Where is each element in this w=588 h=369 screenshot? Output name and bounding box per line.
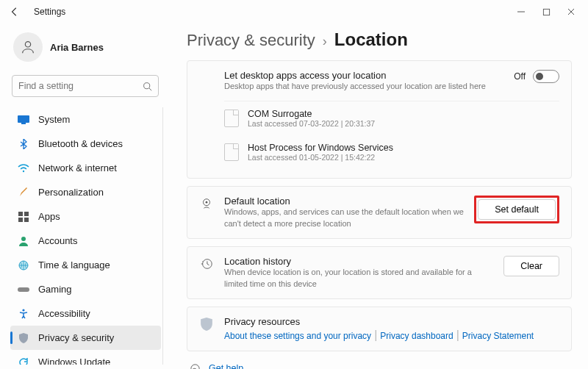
- titlebar: Settings: [0, 0, 588, 24]
- default-location-card: Default location Windows, apps, and serv…: [187, 186, 572, 239]
- svg-rect-8: [18, 212, 23, 216]
- desktop-apps-toggle[interactable]: [533, 70, 559, 83]
- sidebar: Aria Barnes System Bluetooth & devices N…: [0, 24, 168, 369]
- svg-rect-6: [21, 123, 26, 124]
- maximize-button[interactable]: [539, 5, 553, 18]
- history-icon: [199, 256, 214, 271]
- page-title: Location: [334, 29, 408, 50]
- annotation-highlight: Set default: [474, 196, 559, 223]
- svg-rect-9: [24, 212, 29, 216]
- person-icon: [18, 235, 29, 247]
- file-icon: [224, 110, 239, 127]
- link-privacy-statement[interactable]: Privacy Statement: [462, 331, 534, 341]
- desktop-apps-desc: Desktop apps that have previously access…: [224, 81, 503, 92]
- desktop-apps-card: Let desktop apps access your location De…: [187, 60, 572, 179]
- bluetooth-icon: [18, 138, 29, 150]
- window-title: Settings: [34, 7, 65, 17]
- location-history-card: Location history When device location is…: [187, 246, 572, 299]
- app-item: Host Process for Windows Services Last a…: [224, 135, 559, 169]
- link-privacy-dashboard[interactable]: Privacy dashboard: [380, 331, 453, 341]
- desktop-apps-title: Let desktop apps access your location: [224, 70, 503, 81]
- sidebar-item-bluetooth[interactable]: Bluetooth & devices: [10, 132, 161, 156]
- update-icon: [18, 357, 29, 365]
- sidebar-item-accessibility[interactable]: Accessibility: [10, 301, 161, 326]
- svg-point-17: [206, 201, 208, 204]
- svg-point-12: [21, 237, 26, 241]
- privacy-resources-card: Privacy resources About these settings a…: [187, 307, 572, 351]
- search-box[interactable]: [12, 75, 159, 97]
- file-icon: [224, 143, 239, 161]
- search-input[interactable]: [18, 81, 143, 91]
- svg-point-15: [22, 309, 24, 311]
- minimize-button[interactable]: [514, 5, 528, 18]
- history-desc: When device location is on, your locatio…: [224, 267, 493, 290]
- sidebar-item-privacy[interactable]: Privacy & security: [10, 326, 161, 350]
- content-area: Privacy & security › Location Let deskto…: [168, 24, 588, 369]
- sidebar-item-gaming[interactable]: Gaming: [10, 277, 161, 301]
- get-help-row[interactable]: Get help: [187, 359, 572, 369]
- avatar: [13, 32, 43, 62]
- chevron-right-icon: ›: [323, 34, 327, 49]
- paintbrush-icon: [18, 187, 29, 198]
- history-title: Location history: [224, 256, 493, 267]
- wifi-icon: [18, 162, 29, 174]
- privacy-resources-title: Privacy resources: [224, 316, 559, 327]
- sidebar-item-update[interactable]: Windows Update: [10, 350, 161, 365]
- monitor-icon: [18, 114, 29, 126]
- sidebar-item-system[interactable]: System: [10, 107, 161, 132]
- shield-icon: [18, 332, 29, 344]
- svg-rect-1: [543, 9, 549, 15]
- sidebar-item-accounts[interactable]: Accounts: [10, 229, 161, 253]
- sidebar-item-network[interactable]: Network & internet: [10, 156, 161, 180]
- apps-icon: [18, 211, 29, 223]
- set-default-button[interactable]: Set default: [478, 199, 556, 220]
- toggle-label: Off: [514, 71, 526, 82]
- accessibility-icon: [18, 308, 29, 320]
- sidebar-item-personalization[interactable]: Personalization: [10, 180, 161, 204]
- svg-point-3: [144, 82, 150, 88]
- profile-block[interactable]: Aria Barnes: [10, 28, 163, 72]
- svg-point-7: [23, 170, 24, 171]
- svg-rect-10: [18, 218, 23, 222]
- close-button[interactable]: [564, 5, 578, 18]
- breadcrumb: Privacy & security › Location: [187, 29, 572, 50]
- app-item: COM Surrogate Last accessed 07-03-2022 |…: [224, 101, 559, 135]
- clear-button[interactable]: Clear: [503, 256, 559, 276]
- sidebar-item-time[interactable]: Time & language: [10, 253, 161, 277]
- svg-rect-5: [18, 115, 29, 123]
- gamepad-icon: [18, 284, 29, 295]
- breadcrumb-parent[interactable]: Privacy & security: [187, 31, 315, 50]
- link-about-settings[interactable]: About these settings and your privacy: [224, 331, 371, 341]
- location-pin-icon: [199, 196, 214, 210]
- back-button[interactable]: [6, 3, 24, 21]
- get-help-link[interactable]: Get help: [209, 363, 243, 369]
- shield-icon: [199, 316, 214, 331]
- svg-rect-11: [24, 218, 29, 222]
- search-icon: [143, 82, 152, 91]
- profile-name: Aria Barnes: [50, 42, 104, 53]
- svg-line-4: [149, 87, 151, 90]
- svg-point-2: [25, 42, 30, 47]
- help-icon: [188, 363, 201, 369]
- default-location-desc: Windows, apps, and services can use the …: [224, 207, 464, 229]
- svg-rect-14: [18, 287, 29, 292]
- sidebar-item-apps[interactable]: Apps: [10, 204, 161, 229]
- default-location-title: Default location: [224, 196, 464, 207]
- globe-icon: [18, 259, 29, 271]
